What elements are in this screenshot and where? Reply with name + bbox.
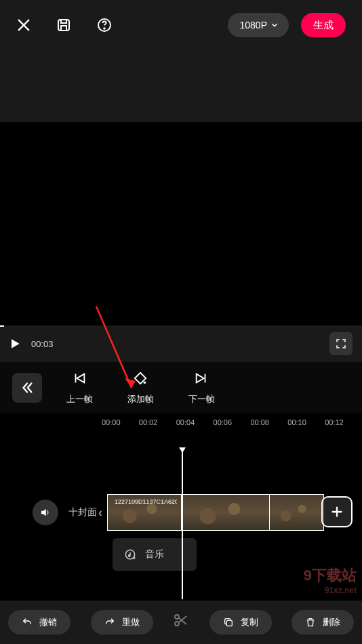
svg-point-21: [129, 555, 131, 557]
clip-handle-left[interactable]: ‹: [98, 494, 103, 531]
add-frame-label: 添加帧: [127, 393, 154, 405]
next-frame-label: 下一帧: [188, 393, 215, 405]
redo-button[interactable]: 重做: [91, 610, 153, 635]
undo-button[interactable]: 撤销: [8, 610, 71, 635]
collapse-button[interactable]: [12, 373, 42, 403]
ruler-tick: 00:02: [139, 418, 176, 426]
close-button[interactable]: [16, 18, 31, 33]
mute-button[interactable]: [33, 500, 58, 525]
ruler-tick: 00:08: [250, 418, 287, 426]
top-bar-left: [16, 17, 113, 33]
copy-button[interactable]: 复制: [209, 610, 272, 635]
clip-filename-row: 1227109D1137C1A6204530200666EB31.mp4: [112, 498, 177, 505]
video-track: 十封面 ‹ 1227109D1137C1A6204530200666EB31.m…: [0, 491, 362, 534]
cover-label: 十封面: [68, 506, 97, 519]
svg-point-5: [104, 28, 105, 29]
clip-filename: 1227109D1137C1A6204530200666EB31.mp4: [115, 498, 177, 505]
play-button[interactable]: [8, 337, 22, 350]
add-clip-button[interactable]: [321, 496, 353, 527]
chevron-double-left-icon: [20, 380, 35, 395]
watermark-big: 9下载站: [304, 567, 357, 584]
play-icon: [8, 337, 22, 350]
svg-marker-6: [12, 339, 20, 348]
watermark: 9下载站 91xz.net: [304, 565, 357, 595]
undo-label: 撤销: [39, 616, 57, 628]
video-preview[interactable]: [0, 122, 362, 325]
playback-bar: 00:03: [0, 325, 362, 362]
add-music-button[interactable]: 音乐: [113, 538, 197, 571]
frame-nav-items: 上一帧 添加帧 下一帧: [62, 370, 218, 405]
watermark-small: 91xz.net: [304, 586, 357, 595]
add-frame-button[interactable]: 添加帧: [123, 370, 157, 405]
help-icon: [96, 17, 113, 33]
delete-label: 删除: [323, 616, 340, 628]
top-bar-right: 1080P 生成: [228, 13, 346, 37]
upper-band: [0, 50, 362, 122]
generate-button[interactable]: 生成: [301, 13, 346, 37]
frame-nav-bar: 上一帧 添加帧 下一帧: [0, 362, 362, 414]
prev-frame-button[interactable]: 上一帧: [62, 370, 96, 405]
undo-icon: [22, 617, 33, 628]
prev-frame-label: 上一帧: [66, 393, 93, 405]
fullscreen-button[interactable]: [329, 332, 353, 355]
redo-icon: [104, 617, 115, 628]
timeline-spacer: [0, 431, 362, 491]
music-add-icon: [123, 548, 137, 561]
save-button[interactable]: [56, 17, 72, 33]
timeline-playhead[interactable]: [182, 450, 183, 599]
resolution-label: 1080P: [240, 20, 267, 31]
plus-icon: [329, 504, 344, 519]
ruler-tick: 00:04: [176, 418, 214, 426]
svg-rect-3: [61, 26, 66, 31]
cover-button[interactable]: 十封面: [68, 494, 98, 531]
next-frame-icon: [194, 371, 209, 386]
ruler-tick: 00:00: [102, 418, 139, 426]
trash-icon: [305, 617, 316, 628]
copy-icon: [223, 617, 234, 628]
current-time: 00:03: [31, 339, 54, 349]
keyframe-add-icon: [133, 371, 148, 386]
chevron-down-icon: [270, 20, 279, 30]
resolution-selector[interactable]: 1080P: [228, 13, 289, 37]
top-bar: 1080P 生成: [0, 0, 362, 50]
ruler-tick: 00:10: [287, 418, 325, 426]
help-button[interactable]: [96, 17, 113, 33]
fullscreen-icon: [335, 338, 347, 350]
speaker-icon: [39, 506, 52, 519]
music-label: 音乐: [145, 548, 164, 561]
generate-label: 生成: [313, 19, 334, 32]
svg-rect-28: [226, 620, 232, 626]
save-icon: [56, 17, 72, 33]
clip-thumbnail: [182, 495, 269, 530]
next-frame-button[interactable]: 下一帧: [184, 370, 218, 405]
bottom-toolbar: 撤销 重做 复制 删除: [0, 601, 362, 644]
redo-label: 重做: [122, 616, 140, 628]
ruler-tick: 00:06: [214, 418, 251, 426]
copy-label: 复制: [241, 616, 258, 628]
svg-marker-10: [77, 374, 84, 383]
ruler-tick: 00:12: [325, 418, 362, 426]
close-icon: [16, 18, 31, 33]
delete-button[interactable]: 删除: [291, 610, 354, 635]
prev-frame-icon: [72, 371, 87, 386]
scissors-icon: [173, 612, 189, 628]
time-ruler[interactable]: 00:00 00:02 00:04 00:06 00:08 00:10 00:1…: [0, 414, 362, 431]
svg-marker-14: [197, 374, 204, 383]
clip-thumbnail: [270, 495, 323, 530]
split-button[interactable]: [173, 612, 189, 632]
